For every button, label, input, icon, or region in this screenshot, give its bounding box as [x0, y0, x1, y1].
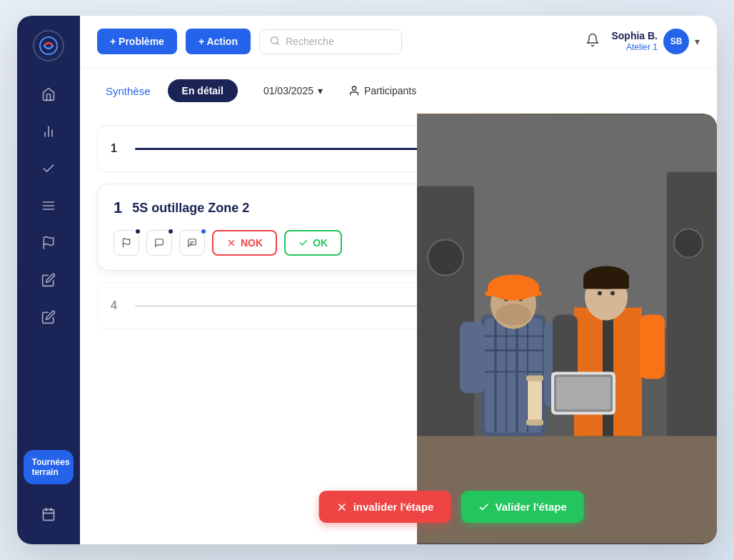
sidebar-item-menu[interactable] — [33, 190, 64, 221]
svg-point-0 — [40, 37, 57, 54]
svg-rect-38 — [460, 322, 485, 394]
sidebar-active-label: Tournées terrain — [31, 457, 69, 477]
ok-button[interactable]: OK — [284, 230, 342, 256]
validate-button[interactable]: Valider l'étape — [461, 491, 583, 523]
svg-point-26 — [428, 240, 463, 276]
sidebar-item-check[interactable] — [33, 153, 64, 184]
bottom-actions: invalider l'étape Valider l'étape — [319, 491, 584, 523]
ok-label: OK — [313, 237, 328, 249]
sidebar-logo — [33, 30, 64, 61]
user-text: Sophia B. Atelier 1 — [611, 29, 658, 54]
sidebar-item-tournees[interactable]: Tournées terrain — [24, 450, 74, 484]
nok-button[interactable]: NOK — [212, 230, 277, 256]
avatar: SB — [663, 29, 689, 54]
card-chat1-button[interactable] — [146, 230, 172, 256]
user-subtitle: Atelier 1 — [611, 42, 658, 54]
svg-rect-63 — [526, 376, 543, 381]
tab-en-detail[interactable]: En détail — [168, 79, 238, 102]
add-action-button[interactable]: + Action — [186, 29, 251, 54]
header-right: Sophia B. Atelier 1 SB ▾ — [585, 29, 700, 54]
svg-rect-53 — [640, 315, 665, 379]
card-flag-badge — [134, 228, 141, 235]
invalidate-label: invalider l'étape — [353, 501, 434, 513]
card-chat1-badge — [167, 228, 174, 235]
svg-point-47 — [485, 289, 542, 298]
svg-point-27 — [674, 229, 703, 258]
svg-rect-25 — [667, 172, 717, 472]
sidebar-item-chart[interactable] — [33, 116, 64, 147]
search-icon — [270, 36, 280, 48]
chevron-down-icon[interactable]: ▾ — [695, 36, 700, 47]
step-1-number: 1 — [111, 142, 125, 155]
workers-photo — [417, 114, 717, 544]
main-content: + Problème + Action Recherche — [80, 16, 717, 544]
participants-label: Participants — [364, 85, 416, 96]
nok-label: NOK — [241, 237, 263, 249]
date-selector[interactable]: 01/03/2025 ▾ — [263, 85, 323, 96]
header: + Problème + Action Recherche — [80, 16, 717, 68]
search-placeholder: Recherche — [286, 36, 334, 47]
svg-line-13 — [277, 42, 279, 44]
sidebar: Tournées terrain — [17, 16, 80, 544]
svg-rect-28 — [417, 436, 717, 544]
svg-point-41 — [496, 304, 531, 326]
sidebar-item-edit1[interactable] — [33, 264, 64, 296]
tab-synthese[interactable]: Synthèse — [97, 81, 159, 101]
card-number: 1 — [114, 199, 122, 217]
user-info[interactable]: Sophia B. Atelier 1 SB ▾ — [611, 29, 700, 54]
participants-button[interactable]: Participants — [348, 85, 416, 96]
card-title: 5S outillage Zone 2 — [132, 201, 249, 216]
svg-rect-8 — [44, 509, 54, 520]
search-box[interactable]: Recherche — [259, 29, 402, 54]
date-chevron-icon: ▾ — [318, 85, 323, 96]
notification-icon[interactable] — [585, 33, 600, 51]
svg-point-14 — [352, 86, 356, 90]
tabs-row: Synthèse En détail 01/03/2025 ▾ Particip… — [80, 68, 717, 114]
validate-label: Valider l'étape — [495, 501, 566, 513]
sidebar-item-flag[interactable] — [33, 227, 64, 259]
content-area: 1 1 5S out — [80, 114, 717, 544]
date-value: 01/03/2025 — [263, 85, 313, 96]
svg-point-58 — [598, 291, 602, 296]
sidebar-item-calendar[interactable] — [33, 499, 64, 530]
sidebar-item-home[interactable] — [33, 79, 64, 110]
card-flag-button[interactable] — [114, 230, 139, 256]
svg-rect-61 — [583, 278, 629, 289]
card-chat2-badge — [200, 228, 207, 235]
sidebar-item-edit2[interactable] — [33, 301, 64, 333]
svg-rect-64 — [526, 420, 543, 426]
user-name: Sophia B. — [611, 29, 658, 42]
svg-rect-62 — [528, 379, 542, 426]
svg-rect-56 — [556, 377, 610, 410]
photo-overlay — [417, 114, 717, 544]
step-4-number: 4 — [111, 299, 125, 312]
card-chat2-button[interactable] — [179, 230, 205, 256]
svg-point-59 — [610, 291, 615, 296]
invalidate-button[interactable]: invalider l'étape — [319, 491, 451, 523]
app-container: Tournées terrain + Problème + Action — [17, 16, 717, 544]
add-probleme-button[interactable]: + Problème — [97, 29, 177, 54]
svg-marker-51 — [613, 308, 642, 436]
